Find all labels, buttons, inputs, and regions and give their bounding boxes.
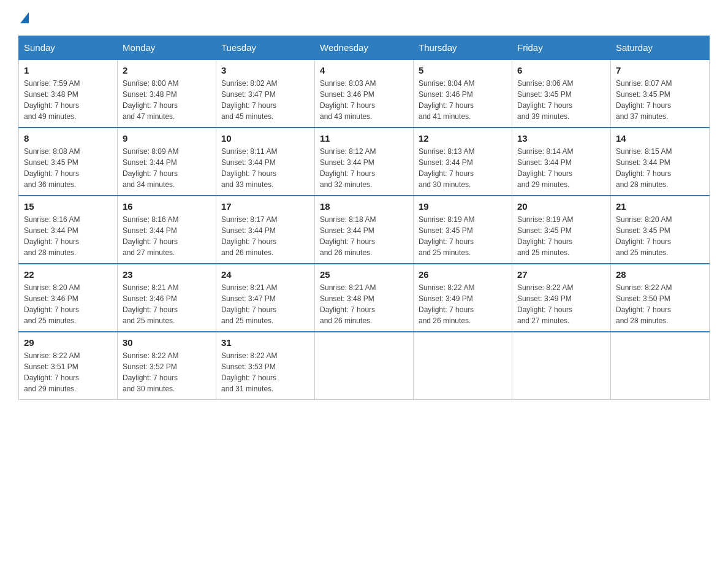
day-header-friday: Friday [512, 36, 611, 60]
calendar-cell: 6Sunrise: 8:06 AMSunset: 3:45 PMDaylight… [512, 59, 611, 128]
calendar-cell: 7Sunrise: 8:07 AMSunset: 3:45 PMDaylight… [611, 59, 710, 128]
day-info: Sunrise: 8:16 AMSunset: 3:44 PMDaylight:… [123, 214, 211, 258]
day-info: Sunrise: 7:59 AMSunset: 3:48 PMDaylight:… [24, 78, 112, 122]
calendar-cell: 3Sunrise: 8:02 AMSunset: 3:47 PMDaylight… [216, 59, 315, 128]
day-header-thursday: Thursday [414, 36, 512, 60]
calendar-cell: 27Sunrise: 8:22 AMSunset: 3:49 PMDayligh… [512, 264, 611, 332]
day-number: 15 [24, 201, 112, 212]
day-number: 8 [24, 133, 112, 144]
day-number: 10 [221, 133, 309, 144]
calendar-cell: 30Sunrise: 8:22 AMSunset: 3:52 PMDayligh… [118, 332, 216, 400]
day-number: 14 [616, 133, 704, 144]
day-info: Sunrise: 8:17 AMSunset: 3:44 PMDaylight:… [221, 214, 309, 258]
day-header-saturday: Saturday [611, 36, 710, 60]
day-number: 23 [123, 269, 211, 280]
calendar-cell [414, 332, 512, 400]
calendar-cell: 24Sunrise: 8:21 AMSunset: 3:47 PMDayligh… [216, 264, 315, 332]
calendar-week-row: 29Sunrise: 8:22 AMSunset: 3:51 PMDayligh… [19, 332, 710, 400]
calendar-cell: 29Sunrise: 8:22 AMSunset: 3:51 PMDayligh… [19, 332, 118, 400]
calendar-cell: 11Sunrise: 8:12 AMSunset: 3:44 PMDayligh… [315, 128, 414, 196]
day-info: Sunrise: 8:22 AMSunset: 3:49 PMDaylight:… [419, 282, 507, 326]
calendar-cell: 22Sunrise: 8:20 AMSunset: 3:46 PMDayligh… [19, 264, 118, 332]
logo [18, 12, 29, 23]
day-header-sunday: Sunday [19, 36, 118, 60]
day-info: Sunrise: 8:20 AMSunset: 3:46 PMDaylight:… [24, 282, 112, 326]
day-info: Sunrise: 8:04 AMSunset: 3:46 PMDaylight:… [419, 78, 507, 122]
calendar-week-row: 15Sunrise: 8:16 AMSunset: 3:44 PMDayligh… [19, 196, 710, 264]
day-number: 4 [320, 65, 408, 75]
day-number: 5 [419, 65, 507, 75]
day-info: Sunrise: 8:13 AMSunset: 3:44 PMDaylight:… [419, 146, 507, 190]
day-headers-row: SundayMondayTuesdayWednesdayThursdayFrid… [19, 36, 710, 60]
calendar-cell: 17Sunrise: 8:17 AMSunset: 3:44 PMDayligh… [216, 196, 315, 264]
calendar-cell: 10Sunrise: 8:11 AMSunset: 3:44 PMDayligh… [216, 128, 315, 196]
day-info: Sunrise: 8:08 AMSunset: 3:45 PMDaylight:… [24, 146, 112, 190]
day-info: Sunrise: 8:22 AMSunset: 3:49 PMDaylight:… [517, 282, 605, 326]
day-info: Sunrise: 8:22 AMSunset: 3:50 PMDaylight:… [616, 282, 704, 326]
calendar-cell: 5Sunrise: 8:04 AMSunset: 3:46 PMDaylight… [414, 59, 512, 128]
day-number: 1 [24, 65, 112, 75]
day-number: 9 [123, 133, 211, 144]
day-info: Sunrise: 8:22 AMSunset: 3:53 PMDaylight:… [221, 350, 309, 394]
calendar-cell: 13Sunrise: 8:14 AMSunset: 3:44 PMDayligh… [512, 128, 611, 196]
calendar-table: SundayMondayTuesdayWednesdayThursdayFrid… [18, 36, 710, 400]
calendar-week-row: 22Sunrise: 8:20 AMSunset: 3:46 PMDayligh… [19, 264, 710, 332]
day-number: 3 [221, 65, 309, 75]
calendar-cell: 1Sunrise: 7:59 AMSunset: 3:48 PMDaylight… [19, 59, 118, 128]
calendar-cell [315, 332, 414, 400]
calendar-cell: 8Sunrise: 8:08 AMSunset: 3:45 PMDaylight… [19, 128, 118, 196]
day-info: Sunrise: 8:14 AMSunset: 3:44 PMDaylight:… [517, 146, 605, 190]
page-header [18, 12, 710, 23]
calendar-cell: 25Sunrise: 8:21 AMSunset: 3:48 PMDayligh… [315, 264, 414, 332]
calendar-cell: 2Sunrise: 8:00 AMSunset: 3:48 PMDaylight… [118, 59, 216, 128]
day-number: 22 [24, 269, 112, 280]
day-number: 28 [616, 269, 704, 280]
day-info: Sunrise: 8:22 AMSunset: 3:52 PMDaylight:… [123, 350, 211, 394]
calendar-cell: 14Sunrise: 8:15 AMSunset: 3:44 PMDayligh… [611, 128, 710, 196]
day-info: Sunrise: 8:03 AMSunset: 3:46 PMDaylight:… [320, 78, 408, 122]
calendar-week-row: 1Sunrise: 7:59 AMSunset: 3:48 PMDaylight… [19, 59, 710, 128]
day-info: Sunrise: 8:19 AMSunset: 3:45 PMDaylight:… [517, 214, 605, 258]
logo-arrow-icon [20, 12, 29, 23]
day-number: 24 [221, 269, 309, 280]
day-info: Sunrise: 8:22 AMSunset: 3:51 PMDaylight:… [24, 350, 112, 394]
day-number: 21 [616, 201, 704, 212]
calendar-cell: 12Sunrise: 8:13 AMSunset: 3:44 PMDayligh… [414, 128, 512, 196]
day-number: 13 [517, 133, 605, 144]
day-number: 16 [123, 201, 211, 212]
day-header-tuesday: Tuesday [216, 36, 315, 60]
day-info: Sunrise: 8:12 AMSunset: 3:44 PMDaylight:… [320, 146, 408, 190]
calendar-cell: 26Sunrise: 8:22 AMSunset: 3:49 PMDayligh… [414, 264, 512, 332]
calendar-cell: 20Sunrise: 8:19 AMSunset: 3:45 PMDayligh… [512, 196, 611, 264]
day-info: Sunrise: 8:06 AMSunset: 3:45 PMDaylight:… [517, 78, 605, 122]
calendar-cell: 23Sunrise: 8:21 AMSunset: 3:46 PMDayligh… [118, 264, 216, 332]
day-number: 25 [320, 269, 408, 280]
day-number: 26 [419, 269, 507, 280]
day-info: Sunrise: 8:09 AMSunset: 3:44 PMDaylight:… [123, 146, 211, 190]
calendar-cell [611, 332, 710, 400]
day-info: Sunrise: 8:02 AMSunset: 3:47 PMDaylight:… [221, 78, 309, 122]
day-number: 18 [320, 201, 408, 212]
day-header-monday: Monday [118, 36, 216, 60]
day-info: Sunrise: 8:15 AMSunset: 3:44 PMDaylight:… [616, 146, 704, 190]
day-number: 29 [24, 337, 112, 348]
day-number: 6 [517, 65, 605, 75]
day-info: Sunrise: 8:19 AMSunset: 3:45 PMDaylight:… [419, 214, 507, 258]
day-info: Sunrise: 8:07 AMSunset: 3:45 PMDaylight:… [616, 78, 704, 122]
day-info: Sunrise: 8:21 AMSunset: 3:47 PMDaylight:… [221, 282, 309, 326]
day-number: 30 [123, 337, 211, 348]
day-number: 2 [123, 65, 211, 75]
day-info: Sunrise: 8:16 AMSunset: 3:44 PMDaylight:… [24, 214, 112, 258]
day-number: 12 [419, 133, 507, 144]
calendar-cell: 19Sunrise: 8:19 AMSunset: 3:45 PMDayligh… [414, 196, 512, 264]
calendar-cell: 18Sunrise: 8:18 AMSunset: 3:44 PMDayligh… [315, 196, 414, 264]
day-number: 31 [221, 337, 309, 348]
day-number: 7 [616, 65, 704, 75]
calendar-cell [512, 332, 611, 400]
day-number: 20 [517, 201, 605, 212]
day-number: 17 [221, 201, 309, 212]
calendar-cell: 31Sunrise: 8:22 AMSunset: 3:53 PMDayligh… [216, 332, 315, 400]
day-info: Sunrise: 8:11 AMSunset: 3:44 PMDaylight:… [221, 146, 309, 190]
calendar-cell: 28Sunrise: 8:22 AMSunset: 3:50 PMDayligh… [611, 264, 710, 332]
day-info: Sunrise: 8:18 AMSunset: 3:44 PMDaylight:… [320, 214, 408, 258]
